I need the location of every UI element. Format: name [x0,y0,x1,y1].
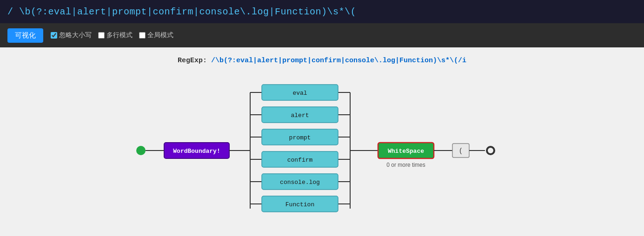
global-checkbox-item[interactable]: 全局模式 [139,31,173,39]
checkbox-group: 忽略大小写 多行模式 全局模式 [51,31,173,39]
paren-text: ( [458,147,462,155]
ignore-case-label: 忽略大小写 [59,31,92,39]
multiline-checkbox-item[interactable]: 多行模式 [98,31,133,39]
option-prompt-text: prompt [289,134,311,141]
option-eval-text: eval [292,90,307,97]
zero-more-times-label: 0 or more times [386,162,425,168]
option-function-text: Function [285,201,314,208]
global-label: 全局模式 [147,31,173,39]
multiline-label: 多行模式 [106,31,133,39]
option-confirm-text: confirm [287,157,312,164]
end-dot-inner [488,148,493,153]
word-boundary-text: WordBoundary! [173,148,220,155]
regex-display: / \b(?:eval|alert|prompt|confirm|console… [7,7,356,17]
global-checkbox[interactable] [139,32,146,39]
start-dot [136,146,146,155]
whitespace-text: WhiteSpace [387,148,424,155]
multiline-checkbox[interactable] [98,32,105,39]
option-consolelog-text: console.log [280,179,320,186]
controls-bar: 可视化 忽略大小写 多行模式 全局模式 [0,23,644,47]
visualize-button[interactable]: 可视化 [7,28,43,43]
regexp-label: RegExp: /\b(?:eval|alert|prompt|confirm|… [9,57,635,65]
diagram-svg: WordBoundary! eval alert [113,74,531,227]
regexp-label-text: RegExp: [178,57,207,65]
ignore-case-checkbox[interactable] [51,32,57,39]
top-bar: / \b(?:eval|alert|prompt|confirm|console… [0,0,644,23]
option-alert-text: alert [291,112,309,119]
ignore-case-checkbox-item[interactable]: 忽略大小写 [51,31,92,39]
diagram-area: RegExp: /\b(?:eval|alert|prompt|confirm|… [0,47,644,236]
regexp-value: /\b(?:eval|alert|prompt|confirm|console\… [211,57,466,65]
